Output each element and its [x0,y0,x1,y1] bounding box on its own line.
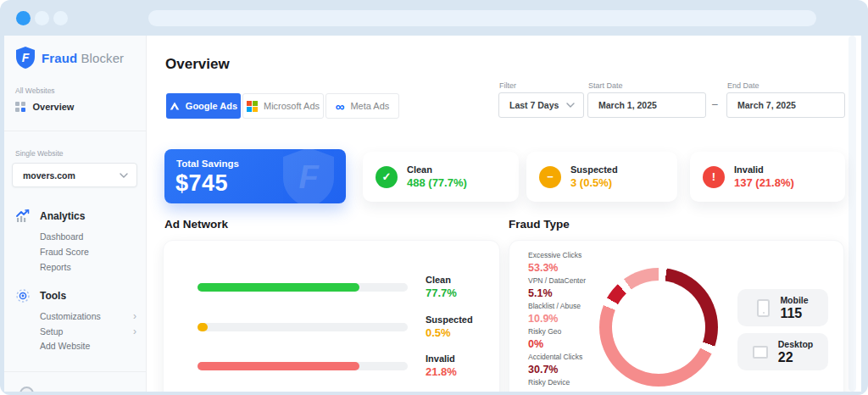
page-title: Overview [165,56,230,73]
mobile-stat-card: Mobile 115 [737,289,828,326]
sidebar-item-label: Reports [40,262,71,272]
sidebar-item-fraud-score[interactable]: Fraud Score [40,247,136,257]
status-value: 3 (0.5%) [570,176,618,189]
sidebar-item-reports[interactable]: Reports [40,262,136,272]
sidebar-item-label: Customizations [40,311,101,321]
total-savings-label: Total Savings [176,159,239,169]
status-card: ✓ Clean 488 (77.7%) [363,152,519,202]
sidebar-item-overview[interactable]: Overview [15,102,74,112]
mobile-phone-icon [757,299,770,317]
chevron-down-icon [120,173,128,178]
sidebar-item-setup[interactable]: Setup › [40,325,136,337]
desktop-monitor-icon [753,346,768,359]
brand-name-primary: Fraud [42,51,77,65]
status-label: Invalid [734,164,794,175]
meta-icon: ∞ [336,100,345,113]
device-label: Desktop [778,339,813,349]
minus-circle-icon: − [539,166,561,188]
bar-fill [198,362,359,370]
end-date-input[interactable]: March 7, 2025 [726,92,845,118]
fraud-type-panel: Excessive Clicks 53.3% VPN / DataCenter … [509,240,844,392]
tools-section-label: Tools [40,290,66,302]
shield-watermark-icon: F [276,149,341,203]
fraud-type-value: 53.3% [528,262,621,274]
sidebar-item-label: Dashboard [40,231,83,242]
filter-label: Filter [499,81,516,90]
ad-network-panel: Clean 77.7% Suspected 0.5% Invalid 21.8% [163,240,500,392]
sidebar-item-dashboard[interactable]: Dashboard [40,231,136,242]
scrollbar[interactable] [849,36,856,392]
sidebar-divider [4,371,146,372]
sidebar-item-label: Setup [40,326,63,337]
svg-text:F: F [298,159,320,195]
tools-gear-icon [15,288,31,303]
sidebar-item-label: Add Website [40,341,90,351]
fraud-type-item: Risky Device [528,378,621,389]
chevron-right-icon: › [133,325,136,337]
end-date-value: March 7, 2025 [737,100,796,110]
svg-text:F: F [22,51,30,64]
fraud-type-label: VPN / DataCenter [528,276,621,285]
ad-network-title: Ad Network [164,218,228,231]
website-selector[interactable]: movers.com [12,163,137,187]
microsoft-icon [247,101,258,112]
user-avatar[interactable] [19,387,34,392]
fraud-type-label: Excessive Clicks [528,251,621,259]
window-maximize-button[interactable] [53,11,68,25]
status-label: Suspected [570,164,618,175]
status-label: Clean [407,164,467,175]
bar-track [198,362,408,370]
overview-grid-icon [15,102,25,112]
tab-google-ads[interactable]: Google Ads [166,93,241,119]
sidebar-item-customizations[interactable]: Customizations › [40,310,136,322]
filter-select[interactable]: Last 7 Days [498,92,584,118]
fraud-type-item: Excessive Clicks 53.3% [528,251,621,274]
tab-label: Microsoft Ads [264,101,320,111]
filter-value: Last 7 Days [509,100,559,110]
brand-name-secondary: Blocker [81,51,124,65]
bar-value: 0.5% [426,326,451,339]
sidebar-item-add-website[interactable]: Add Website [40,341,136,351]
bar-label: Clean [426,275,451,285]
desktop-stat-card: Desktop 22 [737,333,828,370]
total-savings-value: $745 [175,170,228,197]
tab-label: Google Ads [186,101,237,111]
fraud-blocker-shield-icon: F [14,46,36,70]
status-value: 137 (21.8%) [734,176,794,189]
date-range-separator: – [712,98,718,110]
end-date-label: End Date [727,81,760,90]
sidebar: F Fraud Blocker All Websites Overview Si… [4,36,147,392]
chevron-right-icon: › [133,310,136,322]
app-window: F Fraud Blocker All Websites Overview Si… [4,36,861,392]
tab-meta-ads[interactable]: ∞ Meta Ads [326,93,399,119]
chevron-down-icon [566,103,575,108]
sidebar-section-tools[interactable]: Tools [15,288,66,303]
window-close-button[interactable] [16,11,31,25]
status-card: − Suspected 3 (0.5%) [526,152,677,202]
window-minimize-button[interactable] [35,11,49,25]
address-bar[interactable] [148,10,816,26]
fraud-type-donut-chart [599,268,718,387]
brand-logo: F Fraud Blocker [14,46,124,70]
sidebar-item-label: Overview [33,102,75,112]
start-date-value: March 1, 2025 [598,100,657,110]
browser-chrome [0,0,868,36]
bar-label: Invalid [426,353,455,364]
google-ads-icon [170,102,180,110]
exclamation-circle-icon: ! [703,166,725,188]
tab-microsoft-ads[interactable]: Microsoft Ads [242,93,324,119]
fraud-type-title: Fraud Type [509,218,570,231]
analytics-section-label: Analytics [40,210,85,222]
bar-label: Suspected [426,314,473,325]
analytics-chart-icon [15,209,31,223]
main-content: Overview Google Ads Microsoft Ads ∞ Meta… [147,36,861,392]
device-value: 22 [778,350,813,365]
bar-value: 77.7% [426,287,457,299]
bar-track [198,283,408,292]
tab-label: Meta Ads [350,101,389,111]
bar-fill [198,323,208,331]
sidebar-divider [4,131,146,131]
sidebar-section-analytics[interactable]: Analytics [15,209,85,223]
start-date-input[interactable]: March 1, 2025 [587,92,706,118]
start-date-label: Start Date [588,81,623,90]
